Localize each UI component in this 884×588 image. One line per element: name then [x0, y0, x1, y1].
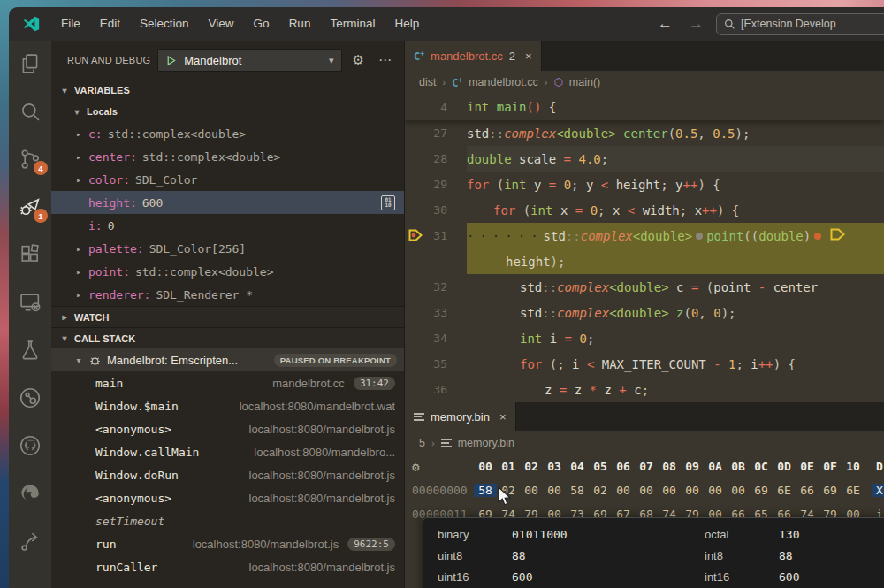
callstack-frame[interactable]: Window.$mainlocalhost:8080/mandelbrot.wa…	[51, 394, 404, 417]
start-debug-icon[interactable]	[165, 55, 177, 66]
hex-byte-cell[interactable]: 00	[543, 484, 566, 497]
view-binary-icon[interactable]: 0110	[381, 195, 395, 210]
hex-byte-cell[interactable]: 00	[704, 484, 727, 497]
callstack-frame[interactable]: <anonymous>localhost:8080/mandelbrot.js	[51, 486, 404, 509]
callstack-thread-row[interactable]: ▾ Mandelbrot: Emscripten... PAUSED ON BR…	[51, 348, 404, 371]
hex-byte-cell[interactable]: 00	[635, 484, 658, 497]
profiles-icon[interactable]	[18, 386, 42, 410]
line-number[interactable]: 29	[405, 178, 460, 191]
search-icon[interactable]	[18, 99, 42, 124]
sticky-line-4[interactable]: 4int main() {	[405, 94, 556, 120]
nav-forward-icon[interactable]: →	[689, 15, 704, 33]
line-number[interactable]: 32	[405, 280, 460, 294]
menu-item-file[interactable]: File	[51, 7, 90, 41]
code-line-28[interactable]: 28double scale = 4.0;	[405, 146, 884, 172]
hex-byte-cell[interactable]: 69	[750, 484, 773, 497]
hex-byte-cell[interactable]: 6E	[842, 484, 865, 497]
callstack-frame[interactable]: runCallerlocalhost:8080/mandelbrot.js	[51, 555, 404, 578]
variable-row-i[interactable]: i:0	[51, 214, 404, 237]
hex-byte-cell[interactable]: 58	[566, 484, 589, 497]
decoded-text-cell[interactable]: X	[872, 484, 884, 497]
tab-mandelbrot-cc[interactable]: C+ mandelbrot.cc 2 ×	[405, 41, 542, 71]
breadcrumb-dist[interactable]: dist	[419, 76, 436, 88]
breadcrumb-memory-bin[interactable]: memory.bin	[458, 437, 514, 449]
variable-row-center[interactable]: ▸center:std::complex<double>	[51, 145, 404, 168]
line-number[interactable]: 33	[405, 306, 460, 319]
hex-byte-cell[interactable]: 00	[727, 484, 750, 497]
callstack-frame[interactable]: runlocalhost:8080/mandelbrot.js9622:5	[51, 532, 404, 555]
code-line-30[interactable]: 30for (int x = 0; x < width; x++) {	[405, 197, 884, 223]
code-line-35[interactable]: 35for (; i < MAX_ITER_COUNT - 1; i++) {	[405, 351, 884, 377]
variable-row-c[interactable]: ▸c:std::complex<double>	[51, 122, 404, 145]
source-control-icon[interactable]: 4	[18, 147, 42, 172]
hex-byte-cell[interactable]: 00	[658, 484, 681, 497]
hex-settings-gear-icon[interactable]: ⚙	[412, 460, 474, 474]
hex-byte-cell[interactable]: 58	[474, 484, 497, 497]
hex-byte-cell[interactable]: 66	[796, 484, 819, 497]
edge-browser-icon[interactable]	[18, 481, 42, 506]
run-and-debug-icon[interactable]: 1	[18, 195, 42, 219]
hex-byte-cell[interactable]: 69	[819, 484, 842, 497]
menu-item-edit[interactable]: Edit	[90, 7, 130, 41]
menu-item-run[interactable]: Run	[279, 7, 321, 41]
hex-byte-cell[interactable]: 00	[520, 484, 543, 497]
tab-memory-bin[interactable]: memory.bin ×	[405, 402, 516, 431]
code-editor[interactable]: 4int main() { 27std::complex<double> cen…	[405, 94, 884, 402]
testing-icon[interactable]	[18, 338, 42, 363]
section-call-stack[interactable]: ▾ CALL STACK	[51, 327, 404, 348]
line-number[interactable]: 30	[405, 203, 460, 217]
scope-locals[interactable]: ▾ Locals	[51, 101, 404, 122]
hex-byte-cell[interactable]: 00	[681, 484, 704, 497]
breakpoint-paused-icon[interactable]	[408, 228, 423, 245]
github-icon[interactable]	[18, 433, 42, 458]
code-line-29[interactable]: 29for (int y = 0; y < height; y++) {	[405, 172, 884, 197]
menu-item-view[interactable]: View	[199, 7, 244, 41]
code-line-36[interactable]: 36z = z * z + c;	[405, 377, 884, 402]
code-line-33[interactable]: 33std::complex<double> z(0, 0);	[405, 300, 884, 325]
gear-icon[interactable]: ⚙	[349, 52, 368, 68]
hex-grid[interactable]: ⚙000102030405060708090A0B0C0D0E0F10D0000…	[405, 454, 884, 526]
variable-row-renderer[interactable]: ▸renderer:SDL_Renderer *	[51, 283, 404, 306]
variable-row-color[interactable]: ▸color:SDL_Color	[51, 168, 404, 191]
code-line-31[interactable]: 31······std::complex<double>point((doubl…	[405, 223, 884, 248]
section-variables[interactable]: ▾ VARIABLES	[51, 80, 404, 101]
section-watch[interactable]: ▸ WATCH	[51, 306, 404, 327]
hex-byte-cell[interactable]: 6E	[773, 484, 796, 497]
close-icon[interactable]: ×	[522, 50, 532, 63]
callstack-frame[interactable]: mainmandelbrot.cc31:42	[51, 371, 404, 394]
callstack-frame[interactable]: setTimeout	[51, 509, 404, 532]
launch-config-dropdown[interactable]: Mandelbrot ▾	[157, 49, 341, 72]
code-line-wrap[interactable]: height);	[405, 248, 884, 274]
line-number[interactable]: 4	[405, 101, 460, 114]
command-center-search[interactable]: [Extension Develop	[716, 13, 884, 35]
remote-explorer-icon[interactable]	[18, 290, 42, 315]
callstack-frame[interactable]: Window.callMainlocalhost:8080/mandelbro.…	[51, 440, 404, 463]
menu-item-terminal[interactable]: Terminal	[320, 7, 385, 41]
variable-row-palette[interactable]: ▸palette:SDL_Color[256]	[51, 237, 404, 260]
line-number[interactable]: 28	[405, 152, 460, 165]
code-line-27[interactable]: 27std::complex<double> center(0.5, 0.5);	[405, 120, 884, 146]
code-line-32[interactable]: 32std::complex<double> c = (point - cent…	[405, 274, 884, 300]
line-number[interactable]: 27	[405, 126, 460, 140]
extensions-icon[interactable]	[18, 242, 42, 267]
hex-byte-cell[interactable]: 00	[612, 484, 635, 497]
line-number[interactable]: 36	[405, 383, 460, 396]
line-number[interactable]: 34	[405, 332, 460, 345]
breadcrumb-file[interactable]: mandelbrot.cc	[469, 76, 538, 88]
variable-row-point[interactable]: ▸point:std::complex<double>	[51, 260, 404, 283]
live-share-icon[interactable]	[18, 529, 42, 554]
callstack-frame[interactable]: <anonymous>localhost:8080/mandelbrot.js	[51, 417, 404, 440]
sticky-scroll-line[interactable]: 4int main() {	[405, 94, 884, 120]
menu-item-go[interactable]: Go	[244, 7, 279, 41]
explorer-icon[interactable]	[18, 51, 42, 76]
variable-row-height[interactable]: height:6000110	[51, 191, 404, 214]
menu-item-selection[interactable]: Selection	[130, 7, 199, 41]
callstack-frame[interactable]: Window.doRunlocalhost:8080/mandelbrot.js	[51, 463, 404, 486]
line-number[interactable]: 35	[405, 357, 460, 370]
code-line-34[interactable]: 34int i = 0;	[405, 325, 884, 351]
breadcrumb-symbol[interactable]: main()	[569, 76, 600, 88]
nav-back-icon[interactable]: ←	[658, 15, 673, 33]
menu-item-help[interactable]: Help	[385, 7, 429, 41]
breadcrumb-folder[interactable]: 5	[419, 437, 425, 449]
more-actions-icon[interactable]: ⋯	[375, 52, 395, 68]
